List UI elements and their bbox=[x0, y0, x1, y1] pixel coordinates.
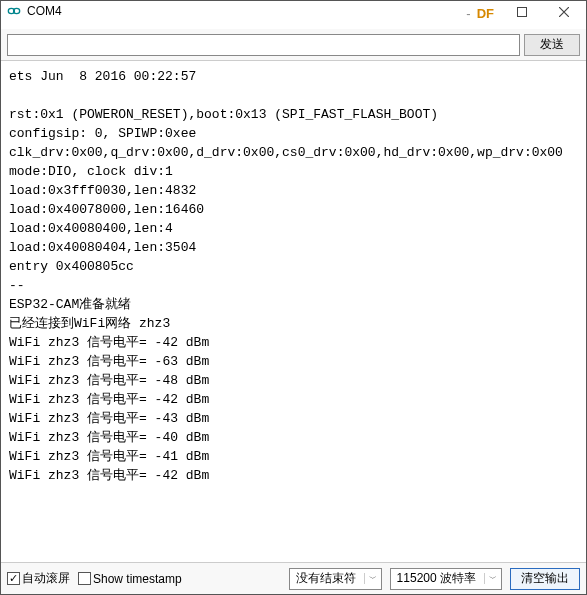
toolbar: 发送 bbox=[1, 29, 586, 61]
checkbox-icon bbox=[7, 572, 20, 585]
titlebar-left: COM4 bbox=[7, 1, 62, 18]
titlebar: COM4 - DF bbox=[1, 1, 586, 29]
serial-input[interactable] bbox=[7, 34, 520, 56]
timestamp-label: Show timestamp bbox=[93, 572, 182, 586]
line-ending-dropdown[interactable]: 没有结束符 ﹀ bbox=[289, 568, 382, 590]
timestamp-checkbox[interactable]: Show timestamp bbox=[78, 572, 182, 586]
serial-output: ets Jun 8 2016 00:22:57 rst:0x1 (POWERON… bbox=[1, 61, 586, 562]
svg-rect-2 bbox=[518, 8, 527, 17]
autoscroll-checkbox[interactable]: 自动滚屏 bbox=[7, 570, 70, 587]
send-button[interactable]: 发送 bbox=[524, 34, 580, 56]
baud-dropdown[interactable]: 115200 波特率 ﹀ bbox=[390, 568, 502, 590]
chevron-down-icon: ﹀ bbox=[364, 573, 377, 584]
arduino-icon bbox=[7, 4, 21, 18]
chevron-down-icon: ﹀ bbox=[484, 573, 497, 584]
window: COM4 - DF 发送 ets Jun 8 2016 00:22:57 rst… bbox=[0, 0, 587, 595]
clear-output-button[interactable]: 清空输出 bbox=[510, 568, 580, 590]
baud-selected: 115200 波特率 bbox=[397, 570, 476, 587]
df-badge: DF bbox=[477, 4, 494, 21]
statusbar: 自动滚屏 Show timestamp 没有结束符 ﹀ 115200 波特率 ﹀… bbox=[1, 562, 586, 594]
maximize-button[interactable] bbox=[502, 1, 542, 23]
titlebar-right: - DF bbox=[466, 1, 586, 23]
autoscroll-label: 自动滚屏 bbox=[22, 570, 70, 587]
window-title: COM4 bbox=[27, 4, 62, 18]
checkbox-icon bbox=[78, 572, 91, 585]
minus-text: - bbox=[466, 4, 470, 21]
line-ending-selected: 没有结束符 bbox=[296, 570, 356, 587]
close-button[interactable] bbox=[542, 1, 586, 23]
